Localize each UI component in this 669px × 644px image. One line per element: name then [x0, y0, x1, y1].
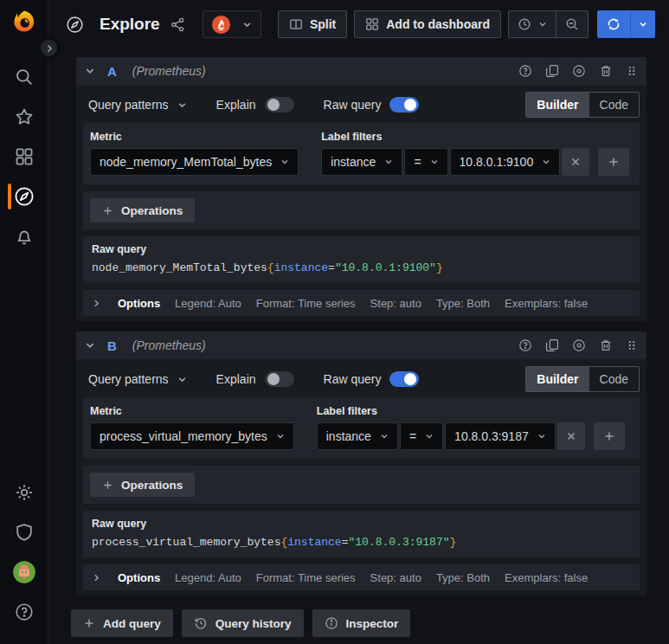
add-filter-button[interactable] — [598, 148, 629, 176]
query-history-button[interactable]: Query history — [182, 609, 304, 637]
label-filters-field: Label filters instance = — [317, 405, 625, 450]
metric-select[interactable]: process_virtual_memory_bytes — [90, 422, 294, 450]
filter-operator-select[interactable]: = — [404, 148, 447, 176]
sidebar-item-server-admin[interactable] — [0, 512, 48, 552]
eye-icon[interactable] — [572, 64, 586, 78]
refresh-button-group — [597, 10, 655, 38]
metric-select[interactable]: node_memory_MemTotal_bytes — [90, 148, 299, 176]
filter-operator-value: = — [409, 429, 416, 443]
sidebar-item-starred[interactable] — [0, 97, 48, 137]
time-picker-button[interactable] — [509, 11, 556, 37]
chevron-down-icon — [430, 158, 439, 166]
refresh-button[interactable] — [597, 10, 630, 38]
sidebar-item-profile[interactable] — [0, 552, 48, 592]
query-patterns-dropdown[interactable]: Query patterns — [88, 372, 169, 386]
question-circle-icon[interactable] — [518, 64, 532, 78]
raw-query-toggle[interactable] — [389, 371, 419, 387]
collapse-chevron-icon[interactable] — [85, 66, 95, 76]
explain-label: Explain — [216, 98, 256, 112]
copy-icon[interactable] — [545, 338, 559, 352]
raw-query-toggle[interactable] — [389, 97, 419, 113]
datasource-picker[interactable] — [203, 10, 261, 38]
option-exemplars: Exemplars: false — [505, 297, 588, 310]
add-to-dashboard-button[interactable]: Add to dashboard — [354, 10, 501, 38]
label-filters-field: Label filters instance = — [321, 131, 629, 176]
remove-filter-button[interactable] — [562, 148, 589, 176]
explain-toggle[interactable] — [265, 371, 294, 387]
chevron-down-icon — [538, 20, 547, 29]
chevron-right-icon — [92, 573, 101, 583]
collapse-chevron-icon[interactable] — [85, 340, 95, 351]
add-query-button[interactable]: Add query — [71, 609, 173, 637]
copy-icon[interactable] — [545, 64, 559, 78]
trash-icon[interactable] — [599, 338, 613, 352]
sidebar-item-alerting[interactable] — [0, 216, 48, 256]
trash-icon[interactable] — [599, 64, 613, 78]
query-refid[interactable]: B — [107, 338, 117, 353]
sidebar-item-dashboards[interactable] — [0, 137, 48, 177]
query-options-row[interactable]: Options Legend: Auto Format: Time series… — [83, 564, 640, 590]
add-filter-button[interactable] — [594, 422, 625, 450]
sidebar-item-help[interactable] — [0, 592, 48, 632]
sidebar — [0, 0, 48, 644]
query-options-row[interactable]: Options Legend: Auto Format: Time series… — [83, 290, 640, 316]
remove-filter-button[interactable] — [557, 422, 585, 450]
question-circle-icon[interactable] — [518, 338, 532, 352]
compass-icon — [14, 186, 35, 207]
history-icon — [194, 616, 208, 630]
time-zoom-out-button[interactable] — [556, 11, 588, 37]
filter-key-select[interactable]: instance — [317, 422, 398, 450]
chevron-down-icon[interactable] — [177, 375, 187, 384]
query-history-label: Query history — [215, 617, 292, 630]
chevron-down-icon[interactable] — [177, 100, 187, 110]
filter-key-value: instance — [326, 429, 371, 443]
add-to-dashboard-label: Add to dashboard — [386, 17, 490, 31]
plus-icon — [102, 205, 113, 216]
query-refid[interactable]: A — [107, 64, 117, 79]
code-mode-option[interactable]: Code — [589, 367, 639, 391]
plus-icon — [83, 617, 95, 629]
query-row-header[interactable]: A (Prometheus) — [76, 57, 646, 85]
explain-toggle[interactable] — [265, 97, 294, 113]
filter-value-select[interactable]: 10.8.0.3:9187 — [445, 422, 556, 450]
sidebar-item-configuration[interactable] — [0, 473, 48, 512]
builder-mode-option[interactable]: Builder — [526, 367, 589, 391]
sidebar-item-search[interactable] — [0, 57, 48, 97]
promql-label-value: "10.8.0.1:9100" — [335, 261, 436, 274]
query-row-header[interactable]: B (Prometheus) — [76, 332, 646, 359]
metric-label: Metric — [90, 405, 294, 417]
sidebar-expand-button[interactable] — [38, 37, 60, 59]
code-mode-option[interactable]: Code — [589, 93, 639, 117]
filter-value-select[interactable]: 10.8.0.1:9100 — [450, 148, 561, 176]
inspector-button[interactable]: Inspector — [312, 609, 411, 637]
clock-icon — [518, 17, 531, 31]
refresh-interval-dropdown[interactable] — [630, 10, 655, 38]
option-step: Step: auto — [370, 571, 421, 584]
metric-builder-card: Metric process_virtual_memory_bytes Labe… — [83, 397, 640, 459]
add-operation-button[interactable]: Operations — [90, 198, 195, 222]
filter-key-select[interactable]: instance — [321, 148, 402, 176]
filter-operator-select[interactable]: = — [400, 422, 443, 450]
drag-handle-icon[interactable] — [626, 339, 638, 351]
option-format: Format: Time series — [256, 571, 356, 584]
metric-value: node_memory_MemTotal_bytes — [100, 155, 272, 169]
builder-mode-option[interactable]: Builder — [526, 93, 589, 117]
label-filter-row: instance = 10.8.0.3:9187 — [317, 422, 625, 450]
query-patterns-dropdown[interactable]: Query patterns — [88, 98, 169, 112]
info-circle-icon — [325, 616, 338, 630]
chevron-down-icon — [639, 20, 647, 29]
zoom-out-icon — [565, 17, 579, 31]
add-operation-button[interactable]: Operations — [90, 473, 195, 497]
drag-handle-icon[interactable] — [626, 65, 638, 77]
help-circle-icon — [15, 602, 34, 621]
eye-icon[interactable] — [572, 338, 586, 352]
label-filters-label: Label filters — [321, 131, 629, 143]
filter-key-value: instance — [331, 155, 376, 169]
promql-label-key: instance — [287, 536, 341, 549]
chevron-down-icon — [384, 158, 393, 166]
option-exemplars: Exemplars: false — [505, 571, 588, 584]
share-icon[interactable] — [170, 17, 185, 32]
sidebar-item-explore[interactable] — [0, 177, 48, 216]
grafana-logo-icon[interactable] — [11, 9, 37, 35]
split-button[interactable]: Split — [278, 10, 347, 38]
